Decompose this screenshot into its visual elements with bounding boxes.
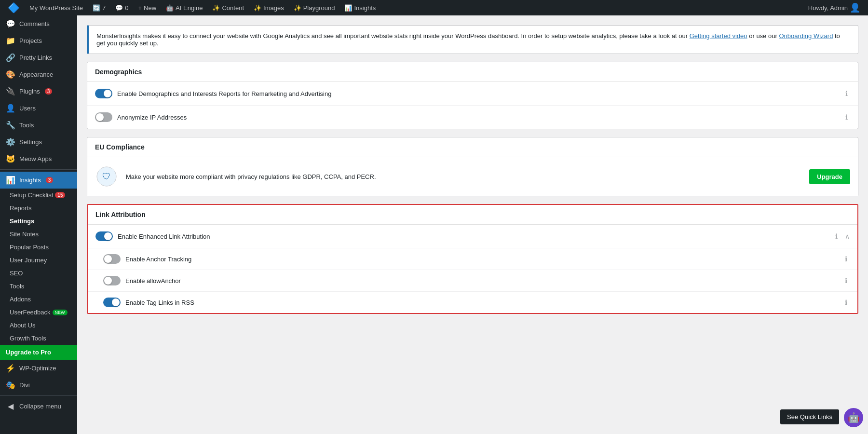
enhanced-link-attribution-toggle[interactable]	[95, 231, 113, 241]
sidebar-upgrade-btn[interactable]: Upgrade to Pro	[0, 345, 77, 360]
sidebar-divider-1	[0, 169, 77, 170]
sidebar-item-divi[interactable]: 🎭 Divi	[0, 377, 77, 393]
admin-bar-content[interactable]: ✨ Content	[208, 0, 248, 15]
upgrade-label: Upgrade to Pro	[6, 349, 51, 356]
tag-links-rss-row: Enable Tag Links in RSS ℹ	[88, 292, 857, 313]
eu-upgrade-button[interactable]: Upgrade	[809, 169, 850, 184]
demographics-info-icon[interactable]: ℹ	[842, 90, 850, 97]
sidebar-pretty-links-label: Pretty Links	[19, 54, 52, 61]
layout: 💬 Comments 📁 Projects 🔗 Pretty Links 🎨 A…	[0, 15, 868, 434]
sidebar-sub-addons[interactable]: Addons	[0, 293, 77, 306]
anonymize-toggle-label: Anonymize IP Addresses	[117, 114, 838, 121]
sidebar-item-tools[interactable]: 🔧 Tools	[0, 117, 77, 134]
sidebar-item-wp-optimize[interactable]: ⚡ WP-Optimize	[0, 360, 77, 377]
intro-box: MonsterInsights makes it easy to connect…	[87, 25, 858, 54]
demographics-toggle-row: Enable Demographics and Interests Report…	[87, 82, 858, 106]
sidebar-item-settings[interactable]: ⚙️ Settings	[0, 134, 77, 150]
ai-engine-icon: 🤖	[166, 4, 174, 12]
anchor-tracking-knob	[104, 255, 112, 263]
playground-label: Playground	[303, 4, 335, 12]
sidebar-insights-label: Insights	[19, 176, 41, 184]
insights-badge: 3	[46, 177, 54, 183]
allow-anchor-toggle[interactable]	[103, 276, 121, 285]
allow-anchor-row: Enable allowAnchor ℹ	[88, 270, 857, 292]
sidebar-item-comments[interactable]: 💬 Comments	[0, 15, 77, 32]
link-attribution-card: Link Attribution Enable Enhanced Link At…	[87, 204, 858, 314]
anchor-tracking-label: Enable Anchor Tracking	[125, 256, 837, 263]
intro-text: MonsterInsights makes it easy to connect…	[96, 32, 688, 40]
divi-label: Divi	[19, 381, 30, 389]
eu-upgrade-row: 🛡 Make your website more compliant with …	[87, 157, 858, 196]
plugins-badge: 3	[45, 88, 53, 95]
insights-bar-icon: 📊	[344, 4, 352, 12]
userfeedback-label: UserFeedback	[10, 309, 51, 316]
demographics-card: Demographics Enable Demographics and Int…	[87, 62, 858, 129]
users-icon: 👤	[6, 104, 15, 113]
anchor-tracking-toggle[interactable]	[103, 254, 121, 264]
admin-bar-insights[interactable]: 📊 Insights	[340, 0, 380, 15]
sidebar-sub-reports[interactable]: Reports	[0, 202, 77, 215]
sidebar-sub-setup-checklist[interactable]: Setup Checklist 15	[0, 189, 77, 202]
sidebar-sub-tools[interactable]: Tools	[0, 280, 77, 293]
admin-bar-site-name[interactable]: My WordPress Site	[26, 0, 87, 15]
sidebar-item-plugins[interactable]: 🔌 Plugins 3	[0, 83, 77, 100]
admin-bar-right: Howdy, Admin 👤	[804, 0, 864, 15]
sidebar-sub-seo[interactable]: SEO	[0, 267, 77, 280]
howdy-menu[interactable]: Howdy, Admin 👤	[804, 0, 864, 15]
sidebar-item-insights[interactable]: 📊 Insights 3	[0, 172, 77, 189]
site-name-label: My WordPress Site	[29, 4, 83, 12]
sidebar-sub-popular-posts[interactable]: Popular Posts	[0, 241, 77, 254]
sidebar-sub-site-notes[interactable]: Site Notes	[0, 228, 77, 241]
updates-count: 7	[102, 4, 106, 12]
sidebar-collapse-menu[interactable]: ◀ Collapse menu	[0, 398, 77, 415]
allow-anchor-info-icon[interactable]: ℹ	[842, 277, 850, 285]
user-avatar-icon: 👤	[850, 2, 860, 13]
collapse-arrow-icon[interactable]: ∧	[845, 232, 850, 240]
sidebar-item-users[interactable]: 👤 Users	[0, 100, 77, 117]
howdy-label: Howdy, Admin	[808, 4, 848, 12]
sidebar-appearance-label: Appearance	[19, 71, 53, 78]
demographics-header: Demographics	[87, 62, 858, 82]
sidebar-item-projects[interactable]: 📁 Projects	[0, 32, 77, 49]
allow-anchor-knob	[104, 277, 112, 285]
new-label: New	[144, 4, 156, 12]
sidebar-sub-user-journey[interactable]: User Journey	[0, 254, 77, 267]
anonymize-info-icon[interactable]: ℹ	[842, 113, 850, 121]
quick-links-button[interactable]: See Quick Links	[780, 409, 839, 424]
comments-icon: 💬	[115, 4, 123, 12]
tag-links-rss-info-icon[interactable]: ℹ	[842, 298, 850, 306]
images-label: Images	[263, 4, 284, 12]
sidebar-sub-userfeedback[interactable]: UserFeedback NEW	[0, 306, 77, 319]
sidebar-item-meow-apps[interactable]: 🐱 Meow Apps	[0, 150, 77, 167]
anchor-tracking-info-icon[interactable]: ℹ	[842, 255, 850, 263]
admin-bar-updates[interactable]: 🔄 7	[89, 0, 109, 15]
tag-links-rss-toggle[interactable]	[103, 298, 121, 307]
sidebar-sub-growth-tools[interactable]: Growth Tools	[0, 332, 77, 345]
enhanced-link-attribution-knob	[104, 232, 112, 240]
anonymize-toggle[interactable]	[95, 112, 112, 122]
admin-bar-comments[interactable]: 💬 0	[111, 0, 132, 15]
admin-bar-images[interactable]: ✨ Images	[250, 0, 288, 15]
admin-bar-new[interactable]: + New	[134, 0, 160, 15]
demographics-toggle[interactable]	[95, 89, 112, 98]
divi-icon: 🎭	[6, 380, 15, 390]
bot-avatar[interactable]: 🤖	[844, 408, 863, 427]
sidebar-divider-2	[0, 395, 77, 396]
site-notes-label: Site Notes	[10, 231, 39, 238]
enhanced-link-info-icon[interactable]: ℹ	[832, 232, 840, 240]
sidebar-sub-about-us[interactable]: About Us	[0, 319, 77, 332]
sidebar-item-pretty-links[interactable]: 🔗 Pretty Links	[0, 49, 77, 66]
onboarding-wizard-link[interactable]: Onboarding Wizard	[779, 32, 833, 40]
admin-bar-playground[interactable]: ✨ Playground	[290, 0, 339, 15]
getting-started-link[interactable]: Getting started video	[690, 32, 747, 40]
main-content: MonsterInsights makes it easy to connect…	[77, 15, 868, 434]
sidebar-item-appearance[interactable]: 🎨 Appearance	[0, 66, 77, 83]
demographics-toggle-label: Enable Demographics and Interests Report…	[117, 90, 838, 97]
sidebar-sub-settings[interactable]: Settings	[0, 215, 77, 228]
wp-optimize-label: WP-Optimize	[19, 365, 56, 372]
admin-bar-logo[interactable]: 🔷	[4, 0, 24, 15]
projects-icon: 📁	[6, 36, 15, 45]
pretty-links-icon: 🔗	[6, 53, 15, 62]
admin-bar-ai-engine[interactable]: 🤖 AI Engine	[162, 0, 206, 15]
seo-label: SEO	[10, 270, 23, 277]
